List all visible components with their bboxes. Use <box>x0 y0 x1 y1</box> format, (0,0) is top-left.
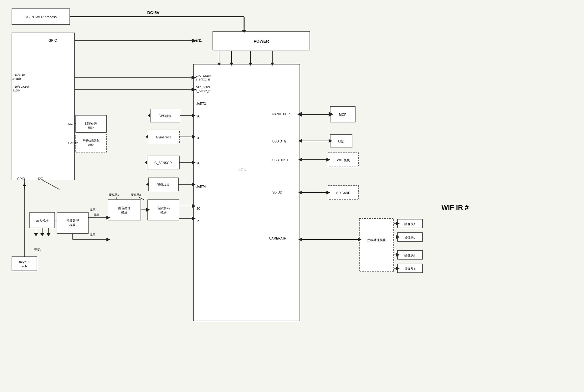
svg-text:通讯模块: 通讯模块 <box>157 183 170 187</box>
svg-rect-108 <box>108 200 141 220</box>
svg-text:CAMERA IF: CAMERA IF <box>269 237 286 240</box>
svg-text:GPS模块: GPS模块 <box>158 114 171 118</box>
svg-text:POWER: POWER <box>254 39 269 44</box>
svg-line-158 <box>116 197 117 200</box>
svg-text:WIF IR #: WIF IR # <box>442 204 469 211</box>
svg-text:USB HOST: USB HOST <box>272 158 288 162</box>
svg-text:I2C: I2C <box>196 115 201 118</box>
svg-text:GP0_4/SCL: GP0_4/SCL <box>196 86 211 89</box>
svg-text:I2C: I2C <box>196 137 201 140</box>
svg-text:音频处理: 音频处理 <box>66 219 79 222</box>
svg-rect-67 <box>359 219 394 272</box>
svg-text:摄像头1: 摄像头1 <box>404 222 415 226</box>
block-diagram-svg: DC POWER process POWER DC-5V GPIO EN1 <box>0 0 584 392</box>
svg-text:SD CARD: SD CARD <box>336 191 350 195</box>
svg-text:音频: 音频 <box>94 213 99 216</box>
svg-text:Gyroscope: Gyroscope <box>156 136 172 139</box>
svg-text:喇叭: 喇叭 <box>34 248 41 251</box>
svg-rect-5 <box>12 33 74 180</box>
svg-line-154 <box>42 180 59 189</box>
svg-text:GPIO: GPIO <box>49 39 57 42</box>
svg-text:NAND+DDR: NAND+DDR <box>272 112 290 116</box>
svg-marker-144 <box>34 233 38 236</box>
svg-line-159 <box>138 197 144 200</box>
svg-text:DC-5V: DC-5V <box>147 10 159 15</box>
svg-text:I2C: I2C <box>196 162 201 165</box>
svg-text:UART4: UART4 <box>196 185 206 188</box>
svg-text:放大模块: 放大模块 <box>36 219 49 222</box>
svg-text:I2C: I2C <box>196 207 201 210</box>
svg-text:音频: 音频 <box>89 233 95 236</box>
diagram-container: DC POWER process POWER DC-5V GPIO EN1 <box>0 0 584 392</box>
svg-text:图音处理: 图音处理 <box>118 206 131 210</box>
svg-text:GPIO: GPIO <box>17 177 25 181</box>
svg-text:模块: 模块 <box>88 126 94 130</box>
svg-text:主芯片: 主芯片 <box>238 168 246 171</box>
svg-text:音频解码: 音频解码 <box>157 206 170 210</box>
svg-text:nob: nob <box>22 265 27 268</box>
svg-text:车辆信息采集: 车辆信息采集 <box>83 139 100 142</box>
svg-marker-102 <box>145 161 147 164</box>
svg-marker-143 <box>40 233 44 236</box>
svg-text:摄像头2: 摄像头2 <box>404 236 415 239</box>
svg-text:模块: 模块 <box>69 223 76 227</box>
svg-text:TxD0: TxD0 <box>13 89 20 92</box>
svg-text:麦克风1: 麦克风1 <box>109 193 119 196</box>
svg-text:MCP: MCP <box>339 113 346 116</box>
svg-text:DC POWER process: DC POWER process <box>25 15 57 19</box>
svg-marker-107 <box>146 183 149 186</box>
svg-text:音频: 音频 <box>89 208 95 211</box>
svg-text:模块: 模块 <box>160 211 166 214</box>
svg-text:SDIO2: SDIO2 <box>272 191 282 194</box>
svg-marker-163 <box>106 238 110 241</box>
svg-rect-111 <box>148 200 179 220</box>
svg-text:模块: 模块 <box>121 211 127 214</box>
svg-text:P11/SI10: P11/SI10 <box>13 73 25 76</box>
svg-text:EN1: EN1 <box>196 39 202 42</box>
svg-text:P10/SCK10/: P10/SCK10/ <box>13 85 29 88</box>
svg-rect-125 <box>76 134 106 152</box>
svg-text:Key's+K: Key's+K <box>19 260 30 264</box>
svg-text:处板处理模块: 处板处理模块 <box>367 238 386 242</box>
svg-rect-4 <box>193 64 300 321</box>
svg-text:UART3: UART3 <box>196 102 206 106</box>
svg-text:G_SENSOR: G_SENSOR <box>154 161 172 165</box>
svg-text:GP0_3/SDA: GP0_3/SDA <box>196 74 211 77</box>
svg-rect-120 <box>57 212 88 234</box>
svg-text:USB OTG: USB OTG <box>272 140 286 143</box>
svg-text:麦克风2: 麦克风2 <box>131 193 141 196</box>
svg-text:I2C: I2C <box>68 122 73 125</box>
svg-text:U盘: U盘 <box>338 139 344 143</box>
svg-text:模块: 模块 <box>88 143 94 147</box>
svg-text:摄像头4: 摄像头4 <box>404 267 415 271</box>
svg-rect-147 <box>12 257 37 271</box>
svg-text:摄像头3: 摄像头3 <box>404 254 415 257</box>
svg-text:/RxD0: /RxD0 <box>13 77 21 80</box>
svg-text:WIFI模块: WIFI模块 <box>337 158 350 162</box>
svg-text:I2S: I2S <box>196 219 200 223</box>
svg-text:挡显处理: 挡显处理 <box>85 122 97 125</box>
svg-text:2_B/TX2_E: 2_B/TX2_E <box>196 78 210 81</box>
svg-marker-145 <box>47 233 50 236</box>
svg-text:UART2: UART2 <box>68 141 78 145</box>
svg-marker-92 <box>148 114 150 117</box>
svg-text:2_B/RX2_E: 2_B/RX2_E <box>196 90 210 93</box>
svg-marker-97 <box>146 135 148 139</box>
